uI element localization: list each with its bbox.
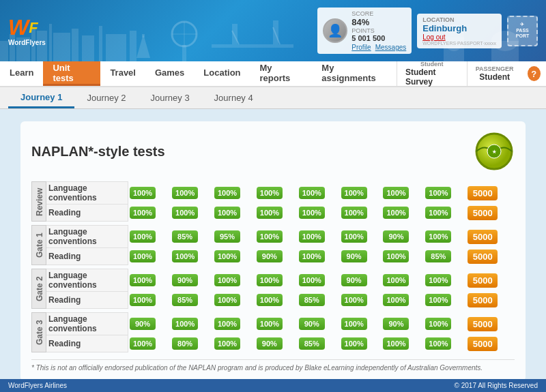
score-btn-gate-3-row0-col6[interactable]: 90%: [383, 318, 409, 330]
messages-link[interactable]: Messages: [375, 44, 407, 51]
score-btn-review-row1-col1[interactable]: 100%: [172, 207, 198, 219]
total-btn-gate-1-row1[interactable]: 5000: [468, 250, 498, 264]
score-btn-review-row0-col3[interactable]: 100%: [257, 187, 283, 199]
score-btn-gate-1-row0-col0[interactable]: 100%: [130, 230, 156, 243]
score-btn-gate-1-row0-col1[interactable]: 85%: [172, 230, 198, 243]
score-btn-gate-1-row1-col4[interactable]: 100%: [299, 250, 325, 262]
score-btn-gate-2-row0-col3[interactable]: 100%: [257, 274, 283, 286]
score-btn-gate-3-row1-col1[interactable]: 80%: [172, 337, 198, 350]
profile-link[interactable]: Profile: [351, 44, 371, 51]
score-btn-gate-1-row0-col5[interactable]: 100%: [341, 230, 367, 243]
score-btn-gate-3-row0-col7[interactable]: 100%: [425, 318, 451, 330]
score-btn-gate-1-row0-col6[interactable]: 90%: [383, 230, 409, 243]
score-btn-gate-3-row0-col4[interactable]: 90%: [299, 318, 325, 330]
total-btn-gate-1-row0[interactable]: 5000: [468, 230, 498, 244]
nav-item-my-assignments[interactable]: My assignments: [312, 61, 397, 86]
score-btn-review-row1-col2[interactable]: 100%: [214, 207, 240, 219]
total-btn-gate-3-row1[interactable]: 5000: [468, 337, 498, 351]
score-btn-review-row1-col7[interactable]: 100%: [425, 207, 451, 219]
total-btn-gate-2-row0[interactable]: 5000: [468, 273, 498, 288]
score-btn-gate-1-row1-col3[interactable]: 90%: [257, 250, 283, 262]
score-btn-gate-2-row1-col6[interactable]: 100%: [383, 294, 409, 306]
gate-label-gate-3: Gate 3: [32, 313, 46, 352]
journey-tab-3[interactable]: Journey 3: [139, 89, 202, 107]
svg-rect-8: [82, 35, 94, 61]
score-btn-gate-2-row0-col0[interactable]: 100%: [130, 274, 156, 286]
score-btn-gate-1-row0-col3[interactable]: 100%: [257, 230, 283, 243]
score-btn-gate-1-row1-col2[interactable]: 100%: [214, 250, 240, 262]
score-btn-gate-1-row1-col0[interactable]: 100%: [130, 250, 156, 262]
score-btn-review-row0-col0[interactable]: 100%: [130, 187, 156, 199]
score-btn-review-row0-col4[interactable]: 100%: [299, 187, 325, 199]
svg-rect-17: [142, 34, 145, 37]
student-survey-button[interactable]: Student Student Survey: [397, 61, 467, 86]
svg-rect-10: [106, 34, 126, 61]
nav-item-games[interactable]: Games: [145, 61, 194, 86]
journey-tab-4[interactable]: Journey 4: [202, 89, 265, 107]
nav-item-my-reports[interactable]: My reports: [250, 61, 313, 86]
score-btn-review-row1-col6[interactable]: 100%: [383, 207, 409, 219]
score-btn-review-row0-col6[interactable]: 100%: [383, 187, 409, 199]
score-btn-gate-2-row1-col1[interactable]: 85%: [172, 294, 198, 306]
score-btn-review-row1-col4[interactable]: 100%: [299, 207, 325, 219]
score-btn-review-row0-col2[interactable]: 100%: [214, 187, 240, 199]
score-btn-gate-1-row1-col1[interactable]: 100%: [172, 250, 198, 262]
help-button[interactable]: ?: [528, 66, 541, 81]
score-btn-gate-2-row0-col7[interactable]: 100%: [425, 274, 451, 286]
nav-item-learn[interactable]: Learn: [0, 61, 43, 86]
app-footer: WordFlyers Airlines © 2017 All Rights Re…: [0, 379, 546, 392]
score-btn-gate-1-row1-col6[interactable]: 100%: [383, 250, 409, 262]
total-btn-review-row1[interactable]: 5000: [468, 206, 498, 220]
score-btn-gate-2-row0-col1[interactable]: 90%: [172, 274, 198, 286]
svg-rect-6: [53, 33, 70, 61]
test-name-gate-3-0: Language conventions: [46, 313, 128, 335]
score-btn-gate-1-row0-col2[interactable]: 95%: [214, 230, 240, 243]
table-row: Reading100%100%100%90%100%90%100%85%5000: [32, 248, 515, 265]
footer-right: © 2017 All Rights Reserved: [455, 382, 538, 389]
svg-text:★: ★: [492, 149, 497, 154]
score-btn-gate-2-row1-col2[interactable]: 100%: [214, 294, 240, 306]
score-btn-gate-3-row1-col3[interactable]: 90%: [257, 337, 283, 350]
score-btn-review-row1-col3[interactable]: 100%: [257, 207, 283, 219]
total-btn-review-row0[interactable]: 5000: [468, 186, 498, 200]
score-btn-gate-2-row0-col5[interactable]: 90%: [341, 274, 367, 286]
score-btn-gate-1-row1-col5[interactable]: 90%: [341, 250, 367, 262]
score-btn-gate-3-row0-col2[interactable]: 100%: [214, 318, 240, 330]
score-btn-gate-2-row0-col2[interactable]: 100%: [214, 274, 240, 286]
score-btn-gate-3-row1-col0[interactable]: 100%: [130, 337, 156, 350]
score-btn-gate-3-row0-col3[interactable]: 100%: [257, 318, 283, 330]
score-btn-gate-1-row0-col4[interactable]: 100%: [299, 230, 325, 243]
score-btn-gate-2-row1-col7[interactable]: 100%: [425, 294, 451, 306]
journey-tab-1[interactable]: Journey 1: [8, 88, 74, 108]
score-btn-gate-2-row0-col4[interactable]: 100%: [299, 274, 325, 286]
nav-item-travel[interactable]: Travel: [100, 61, 145, 86]
score-btn-gate-3-row1-col5[interactable]: 100%: [341, 337, 367, 350]
score-btn-gate-3-row1-col6[interactable]: 100%: [383, 337, 409, 350]
score-btn-gate-3-row1-col2[interactable]: 100%: [214, 337, 240, 350]
score-btn-gate-1-row0-col7[interactable]: 100%: [425, 230, 451, 243]
score-btn-review-row0-col1[interactable]: 100%: [172, 187, 198, 199]
test-name-review-1: Reading: [46, 205, 128, 222]
score-btn-review-row1-col0[interactable]: 100%: [130, 207, 156, 219]
total-btn-gate-3-row0[interactable]: 5000: [468, 317, 498, 331]
nav-item-unit-tests[interactable]: Unit tests: [43, 61, 100, 86]
score-btn-review-row1-col5[interactable]: 100%: [341, 207, 367, 219]
score-btn-gate-3-row1-col4[interactable]: 85%: [299, 337, 325, 350]
logout-link[interactable]: Log out: [422, 33, 496, 41]
journey-tab-2[interactable]: Journey 2: [74, 89, 138, 107]
score-btn-review-row0-col7[interactable]: 100%: [425, 187, 451, 199]
score-btn-review-row0-col5[interactable]: 100%: [341, 187, 367, 199]
avatar: 👤: [323, 18, 347, 43]
score-btn-gate-1-row1-col7[interactable]: 85%: [425, 250, 451, 262]
score-btn-gate-3-row0-col1[interactable]: 100%: [172, 318, 198, 330]
score-btn-gate-3-row0-col0[interactable]: 90%: [130, 318, 156, 330]
score-btn-gate-3-row1-col7[interactable]: 100%: [425, 337, 451, 350]
score-btn-gate-3-row0-col5[interactable]: 100%: [341, 318, 367, 330]
nav-item-location[interactable]: Location: [194, 61, 250, 86]
score-btn-gate-2-row0-col6[interactable]: 100%: [383, 274, 409, 286]
score-btn-gate-2-row1-col3[interactable]: 100%: [257, 294, 283, 306]
score-btn-gate-2-row1-col0[interactable]: 100%: [130, 294, 156, 306]
score-btn-gate-2-row1-col5[interactable]: 100%: [341, 294, 367, 306]
total-btn-gate-2-row1[interactable]: 5000: [468, 293, 498, 307]
score-btn-gate-2-row1-col4[interactable]: 85%: [299, 294, 325, 306]
